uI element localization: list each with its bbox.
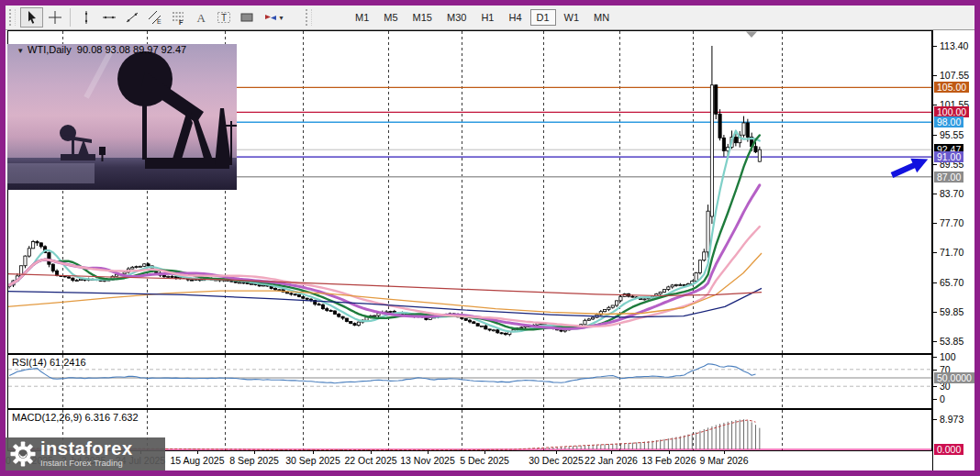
date-label: 15 Aug 2025 <box>171 455 225 466</box>
date-label: 22 Oct 2025 <box>344 455 396 466</box>
date-label: 30 Dec 2025 <box>529 455 584 466</box>
equidistant-channel-tool-button[interactable]: E <box>143 7 166 28</box>
timeframe-m30-button[interactable]: M30 <box>440 9 473 26</box>
axis-tick-mark <box>933 105 937 105</box>
instaforex-logo-icon <box>9 440 37 468</box>
timeframe-h1-button[interactable]: H1 <box>474 9 500 26</box>
axis-tick-mark <box>933 46 937 47</box>
oil-pumps-photo <box>7 44 237 190</box>
cursor-tool-button[interactable] <box>20 7 43 28</box>
timeframe-h4-button[interactable]: H4 <box>502 9 528 26</box>
toolbar-grip[interactable] <box>306 9 312 26</box>
rsi-value-badge: 50.0000 <box>934 372 974 383</box>
ma-darkred-line <box>7 274 762 296</box>
date-tick-mark <box>428 451 429 454</box>
axis-tick-label: 59.85 <box>940 306 963 317</box>
ohlc-values: 90.08 93.08 89.97 92.47 <box>77 44 186 55</box>
arrows-dropdown-icon[interactable]: ▾ <box>279 14 283 22</box>
price-badge-91.00: 91.00 <box>934 151 963 162</box>
date-tick-mark <box>197 451 198 454</box>
text-label-tool-button[interactable]: T <box>212 7 235 28</box>
axis-tick-mark <box>933 282 937 283</box>
price-badge-98.00: 98.00 <box>934 116 963 127</box>
chart-shift-marker-icon[interactable] <box>746 32 757 39</box>
timeframe-d1-button[interactable]: D1 <box>530 9 556 26</box>
date-label: 9 Mar 2026 <box>699 455 748 466</box>
date-tick-mark <box>371 451 372 454</box>
timeframe-m1-button[interactable]: M1 <box>349 9 375 26</box>
axis-tick-label: 8.973 <box>940 414 963 425</box>
rsi-label: RSI(14) 61.2416 <box>12 357 86 368</box>
fibonacci-tool-button[interactable]: F <box>166 7 189 28</box>
rectangle-tool-button[interactable] <box>235 7 258 28</box>
horizontal-line-tool-button[interactable] <box>97 7 120 28</box>
price-badge-105.00: 105.00 <box>934 82 969 93</box>
axis-tick-label: 77.70 <box>940 217 963 228</box>
crosshair-tool-button[interactable] <box>43 7 66 28</box>
toolbar: EFAT▾M1M5M15M30H1H4D1W1MN <box>6 6 974 30</box>
svg-text:A: A <box>196 11 206 25</box>
axis-tick-label: 95.55 <box>940 129 963 140</box>
axis-tick-mark <box>933 164 937 165</box>
arrows-tool-button[interactable]: ▾ <box>258 7 289 28</box>
date-tick-mark <box>313 451 314 454</box>
trendline-tool-button[interactable] <box>120 7 143 28</box>
price-badge-87.00: 87.00 <box>934 172 963 183</box>
ma-orchid-line <box>9 185 760 329</box>
axis-tick-label: 71.70 <box>940 247 963 258</box>
axis-tick-mark <box>933 312 937 313</box>
rsi-pane <box>7 354 932 409</box>
instaforex-watermark: instaforex Instant Forex Trading <box>6 437 165 470</box>
axis-tick-mark <box>933 357 937 358</box>
date-label: 8 Sep 2025 <box>229 455 279 466</box>
date-tick-mark <box>611 451 612 454</box>
rsi-line <box>9 364 755 383</box>
axis-tick-mark <box>933 386 937 387</box>
axis-tick-mark <box>933 223 937 224</box>
timeframe-mn-button[interactable]: MN <box>587 9 616 26</box>
toolbar-separator <box>70 8 71 27</box>
symbol-dropdown-icon[interactable]: ▼ <box>17 47 24 55</box>
macd-label: MACD(12,26,9) 6.316 7.632 <box>12 412 139 423</box>
price-axis[interactable]: 113.40107.55101.5595.5589.5583.7077.7071… <box>932 30 974 470</box>
axis-tick-label: 100 <box>940 351 956 362</box>
axis-tick-label: 83.70 <box>940 188 963 199</box>
axis-tick-mark <box>933 419 937 420</box>
axis-tick-mark <box>933 341 937 342</box>
date-tick-mark <box>669 451 670 454</box>
axis-tick-mark <box>933 370 937 371</box>
date-label: 5 Dec 2025 <box>460 455 509 466</box>
axis-tick-label: 53.85 <box>940 336 963 347</box>
chart-title: ▼WTI,Daily 90.08 93.08 89.97 92.47 <box>11 33 186 55</box>
timeframe-m15-button[interactable]: M15 <box>406 9 439 26</box>
watermark-subtitle: Instant Forex Trading <box>40 459 133 468</box>
axis-tick-mark <box>933 75 937 76</box>
axis-tick-mark <box>933 194 937 194</box>
date-label: 13 Nov 2025 <box>400 455 455 466</box>
svg-text:T: T <box>221 13 227 23</box>
date-tick-mark <box>724 451 725 454</box>
timeframe-w1-button[interactable]: W1 <box>558 9 586 26</box>
date-label: 30 Sep 2025 <box>285 455 340 466</box>
date-tick-mark <box>556 451 557 454</box>
timeframe-m5-button[interactable]: M5 <box>377 9 404 26</box>
date-label: 22 Jan 2026 <box>585 455 638 466</box>
date-tick-mark <box>484 451 485 454</box>
axis-tick-mark <box>933 252 937 253</box>
date-label: 13 Feb 2026 <box>642 455 696 466</box>
axis-tick-mark <box>933 399 937 400</box>
svg-text:F: F <box>179 19 184 26</box>
svg-text:E: E <box>157 18 161 25</box>
macd-zero-badge: 0.000 <box>934 444 963 455</box>
vertical-line-tool-button[interactable] <box>74 7 97 28</box>
text-tool-button[interactable]: A <box>189 7 212 28</box>
axis-tick-mark <box>933 135 937 136</box>
axis-tick-label: 65.70 <box>940 277 963 288</box>
toolbar-grip[interactable] <box>9 9 16 26</box>
rsi-pane-border <box>8 355 932 409</box>
axis-tick-label: 0 <box>940 393 945 404</box>
symbol-label[interactable]: WTI,Daily <box>28 44 72 55</box>
axis-tick-label: 107.55 <box>940 70 969 81</box>
axis-tick-label: 113.40 <box>940 40 968 51</box>
watermark-title: instaforex <box>40 440 133 458</box>
